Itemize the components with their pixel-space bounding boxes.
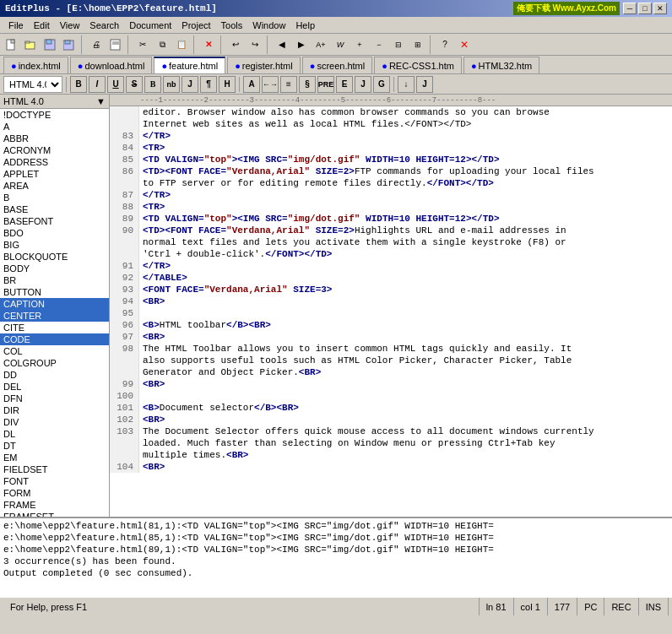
tag-dfn[interactable]: DFN — [0, 393, 109, 404]
undo-button[interactable]: ↩ — [226, 35, 245, 54]
edit-button[interactable]: E — [336, 76, 353, 93]
menu-view[interactable]: View — [55, 19, 85, 32]
tab-html32[interactable]: ● HTML32.htm — [463, 57, 539, 73]
tag-frame[interactable]: FRAME — [0, 499, 109, 511]
tag-button[interactable]: BUTTON — [0, 286, 109, 298]
italic-button[interactable]: I — [89, 76, 106, 93]
zoom-out-button[interactable]: − — [370, 35, 388, 54]
tag-big[interactable]: BIG — [0, 239, 109, 251]
tag-colgroup[interactable]: COLGROUP — [0, 357, 109, 369]
copy-button[interactable]: ⧉ — [153, 35, 171, 54]
zoom-in-button[interactable]: + — [350, 35, 369, 54]
menu-window[interactable]: Window — [247, 19, 290, 32]
tag-caption[interactable]: CAPTION — [0, 298, 109, 310]
tag-col[interactable]: COL — [0, 345, 109, 357]
split-btn[interactable]: ⊟ — [389, 35, 408, 54]
list-button[interactable]: ≡ — [280, 76, 297, 93]
menu-tools[interactable]: Tools — [216, 19, 248, 32]
help-button[interactable]: ? — [436, 35, 454, 54]
print-preview-button[interactable] — [106, 35, 125, 54]
h-button[interactable]: H — [219, 76, 236, 93]
underline-button[interactable]: U — [107, 76, 124, 93]
find-button[interactable]: ✕ — [199, 35, 218, 54]
nbsp-button[interactable]: nb — [163, 76, 180, 93]
down-button[interactable]: ↓ — [398, 76, 415, 93]
minimize-button[interactable]: ─ — [623, 3, 637, 14]
menu-help[interactable]: Help — [290, 19, 320, 32]
tag-basefont[interactable]: BASEFONT — [0, 215, 109, 227]
pre-button[interactable]: PRE — [317, 76, 334, 93]
tag-fieldset[interactable]: FIELDSET — [0, 463, 109, 475]
tag-cite[interactable]: CITE — [0, 322, 109, 333]
justify-button[interactable]: J — [182, 76, 198, 93]
tag-address[interactable]: ADDRESS — [0, 156, 109, 168]
g-button[interactable]: G — [373, 76, 390, 93]
save-button[interactable] — [41, 35, 59, 54]
tag-area[interactable]: AREA — [0, 180, 109, 192]
open-button[interactable] — [21, 35, 40, 54]
j3-button[interactable]: J — [416, 76, 433, 93]
tag-base[interactable]: BASE — [0, 203, 109, 215]
tag-font[interactable]: FONT — [0, 475, 109, 487]
tag-a[interactable]: A — [0, 121, 109, 133]
redo-button[interactable]: ↪ — [246, 35, 264, 54]
tag-doctype[interactable]: !DOCTYPE — [0, 109, 109, 121]
tag-body[interactable]: BODY — [0, 263, 109, 274]
para-button[interactable]: ¶ — [200, 76, 217, 93]
tag-applet[interactable]: APPLET — [0, 168, 109, 180]
strike-button[interactable]: S — [126, 76, 143, 93]
tag-panel-arrow[interactable]: ▼ — [96, 96, 106, 106]
menu-search[interactable]: Search — [84, 19, 124, 32]
print-button[interactable]: 🖨 — [87, 35, 106, 54]
tab-download-html[interactable]: ● download.html — [70, 57, 153, 73]
tag-form[interactable]: FORM — [0, 487, 109, 499]
tag-bdo[interactable]: BDO — [0, 227, 109, 239]
tag-code[interactable]: CODE — [0, 333, 109, 345]
tag-dd[interactable]: DD — [0, 369, 109, 381]
browser-btn[interactable]: A+ — [312, 35, 330, 54]
maximize-button[interactable]: □ — [638, 3, 652, 14]
tag-del[interactable]: DEL — [0, 381, 109, 393]
tab-rec-css1[interactable]: ● REC-CSS1.htm — [374, 57, 462, 73]
tag-em[interactable]: EM — [0, 452, 109, 463]
tag-br[interactable]: BR — [0, 274, 109, 286]
tag-div[interactable]: DIV — [0, 416, 109, 428]
new-button[interactable] — [2, 35, 20, 54]
browser-forward-button[interactable]: ▶ — [292, 35, 311, 54]
bold-button[interactable]: B — [70, 76, 87, 93]
save-all-button[interactable] — [60, 35, 79, 54]
tag-acronym[interactable]: ACRONYM — [0, 144, 109, 156]
tab-feature-html[interactable]: ● feature.html — [154, 57, 225, 73]
close-button[interactable]: ✕ — [653, 3, 667, 14]
html-version-select[interactable]: HTML 4.0 — [3, 76, 62, 93]
tag-b[interactable]: B — [0, 192, 109, 203]
wrap-btn[interactable]: ⊞ — [409, 35, 427, 54]
code-editor[interactable]: editor. Browser window also has common b… — [110, 106, 672, 517]
tag-frameset[interactable]: FRAMESET — [0, 511, 109, 517]
menu-file[interactable]: File — [3, 19, 29, 32]
line-number: 98 — [110, 343, 139, 355]
tag-dt[interactable]: DT — [0, 440, 109, 452]
anchor-button[interactable]: A — [243, 76, 260, 93]
font-btn[interactable]: W — [331, 35, 350, 54]
tab-screen-html[interactable]: ● screen.html — [302, 57, 373, 73]
tag-blockquote[interactable]: BLOCKQUOTE — [0, 251, 109, 263]
tab-register-html[interactable]: ● register.html — [227, 57, 301, 73]
paste-button[interactable]: 📋 — [172, 35, 191, 54]
tag-dir[interactable]: DIR — [0, 404, 109, 416]
tab-dot: ● — [310, 61, 316, 71]
tag-abbr[interactable]: ABBR — [0, 133, 109, 144]
arrow-button[interactable]: ←→ — [262, 76, 279, 93]
j2-button[interactable]: J — [355, 76, 371, 93]
menu-project[interactable]: Project — [176, 19, 215, 32]
menu-document[interactable]: Document — [124, 19, 176, 32]
strong-button[interactable]: B — [144, 76, 161, 93]
tab-index-html[interactable]: ● index.html — [3, 57, 68, 73]
menu-edit[interactable]: Edit — [29, 19, 55, 32]
stop-button[interactable]: ✕ — [455, 35, 474, 54]
tag-center[interactable]: CENTER — [0, 310, 109, 322]
browser-back-button[interactable]: ◀ — [273, 35, 291, 54]
section-button[interactable]: § — [299, 76, 316, 93]
cut-button[interactable]: ✂ — [133, 35, 152, 54]
tag-dl[interactable]: DL — [0, 428, 109, 440]
